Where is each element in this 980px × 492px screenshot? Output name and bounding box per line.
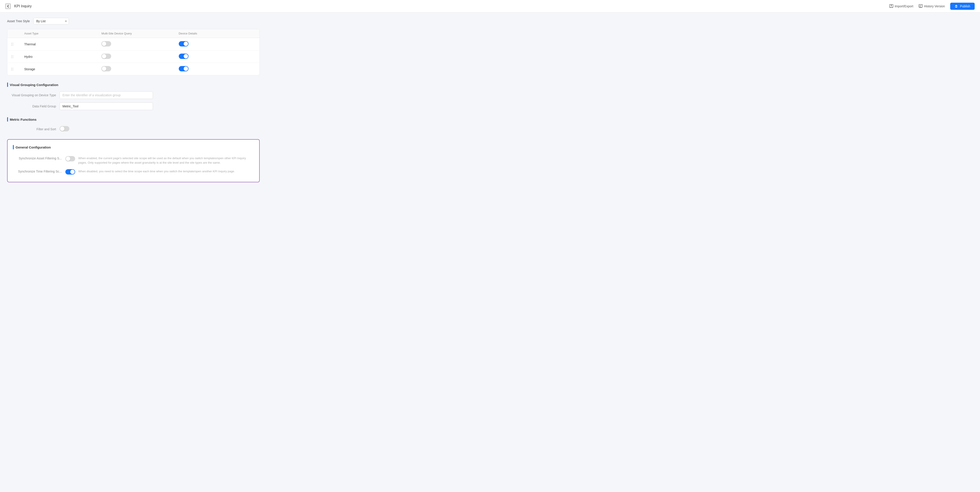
svg-point-13 [13, 57, 13, 58]
history-version-label: History Version [924, 5, 945, 8]
table-header: Asset Type Multi-Site Device Query Devic… [7, 29, 259, 38]
publish-icon [955, 5, 958, 8]
import-export-icon [889, 4, 893, 8]
sync-time-content: When disabled, you need to select the ti… [65, 169, 254, 175]
svg-point-8 [11, 55, 12, 56]
toggle-thermal-multisite[interactable] [101, 41, 178, 47]
svg-point-16 [11, 69, 12, 69]
row-thermal-name: Thermal [24, 43, 101, 46]
sync-time-label: Synchronize Time Filtering Sc... [13, 169, 62, 173]
svg-point-3 [13, 43, 13, 43]
header-actions: Import/Export History Version Publish [889, 3, 975, 10]
visual-grouping-label: Visual Grouping on Device Type [7, 93, 56, 97]
metric-functions-header: Metric Functions [7, 117, 260, 122]
filter-sort-label: Filter and Sort [7, 127, 56, 131]
sync-asset-description: When enabled, the current page's selecte… [78, 156, 254, 165]
main-content: Asset Tree Style By List By Tree ▾ Asset… [0, 13, 267, 188]
toggle-storage-multisite[interactable] [101, 66, 178, 72]
asset-tree-select[interactable]: By List By Tree [33, 18, 69, 24]
toggle-hydro-multisite[interactable] [101, 54, 178, 60]
page-title: KPI Inquiry [14, 4, 886, 8]
general-config-header: General Configuration [13, 145, 254, 150]
table-row: Thermal [7, 38, 259, 51]
col-drag [11, 32, 24, 35]
drag-handle-thermal[interactable] [11, 43, 24, 46]
visual-grouping-header: Visual Grouping Configuration [7, 83, 260, 87]
svg-point-17 [13, 69, 13, 69]
asset-tree-label: Asset Tree Style [7, 19, 30, 23]
row-hydro-name: Hydro [24, 55, 101, 59]
svg-point-15 [13, 68, 13, 68]
asset-table: Asset Type Multi-Site Device Query Devic… [7, 29, 260, 75]
toggle-filter-sort[interactable] [60, 126, 69, 132]
drag-handle-hydro[interactable] [11, 55, 24, 59]
svg-point-10 [11, 56, 12, 57]
table-row: Storage [7, 63, 259, 75]
section-accent-general [13, 145, 14, 150]
toggle-hydro-devicedetails[interactable] [179, 54, 256, 60]
section-accent-metric [7, 117, 8, 122]
data-field-input[interactable] [60, 102, 153, 110]
svg-point-12 [11, 57, 12, 58]
header: KPI Inquiry Import/Export History Versio… [0, 0, 980, 13]
svg-point-7 [13, 45, 13, 45]
back-button[interactable] [5, 3, 11, 9]
toggle-sync-time[interactable] [65, 169, 75, 175]
sync-time-row: Synchronize Time Filtering Sc... When di… [13, 167, 254, 177]
section-accent-visual [7, 83, 8, 87]
history-icon [919, 4, 923, 8]
asset-tree-select-wrapper: By List By Tree ▾ [33, 18, 69, 24]
publish-button[interactable]: Publish [950, 3, 975, 10]
data-field-label: Data Field Group [7, 105, 56, 108]
col-device-details: Device Details [179, 32, 256, 35]
metric-functions-section: Metric Functions Filter and Sort [7, 117, 260, 132]
sync-time-description: When disabled, you need to select the ti… [78, 169, 235, 174]
svg-point-19 [13, 70, 13, 70]
toggle-sync-asset[interactable] [65, 156, 75, 162]
history-version-button[interactable]: History Version [919, 4, 945, 8]
import-export-label: Import/Export [895, 5, 913, 8]
metric-functions-title: Metric Functions [10, 118, 37, 121]
visual-grouping-section: Visual Grouping Configuration Visual Gro… [7, 83, 260, 110]
col-multi-site: Multi-Site Device Query [101, 32, 178, 35]
svg-point-5 [13, 44, 13, 44]
filter-sort-row: Filter and Sort [7, 126, 260, 132]
svg-point-11 [13, 56, 13, 57]
asset-tree-row: Asset Tree Style By List By Tree ▾ [7, 18, 260, 24]
sync-asset-row: Synchronize Asset Filtering S... When en… [13, 154, 254, 167]
general-config-section: General Configuration Synchronize Asset … [7, 139, 260, 182]
visual-grouping-input[interactable] [60, 91, 153, 99]
publish-label: Publish [960, 5, 970, 8]
sync-asset-label: Synchronize Asset Filtering S... [13, 156, 62, 160]
import-export-button[interactable]: Import/Export [889, 4, 913, 8]
table-row: Hydro [7, 51, 259, 63]
drag-handle-storage[interactable] [11, 67, 24, 71]
svg-point-6 [11, 45, 12, 45]
data-field-form-row: Data Field Group [7, 102, 260, 110]
visual-grouping-title: Visual Grouping Configuration [10, 83, 58, 87]
svg-point-2 [11, 43, 12, 43]
svg-point-14 [11, 68, 12, 68]
visual-grouping-form-row: Visual Grouping on Device Type [7, 91, 260, 99]
svg-point-4 [11, 44, 12, 44]
svg-point-18 [11, 70, 12, 70]
row-storage-name: Storage [24, 67, 101, 71]
general-config-title: General Configuration [16, 145, 51, 149]
toggle-storage-devicedetails[interactable] [179, 66, 256, 72]
svg-point-9 [13, 55, 13, 56]
sync-asset-content: When enabled, the current page's selecte… [65, 156, 254, 165]
col-asset-type: Asset Type [24, 32, 101, 35]
toggle-thermal-devicedetails[interactable] [179, 41, 256, 47]
